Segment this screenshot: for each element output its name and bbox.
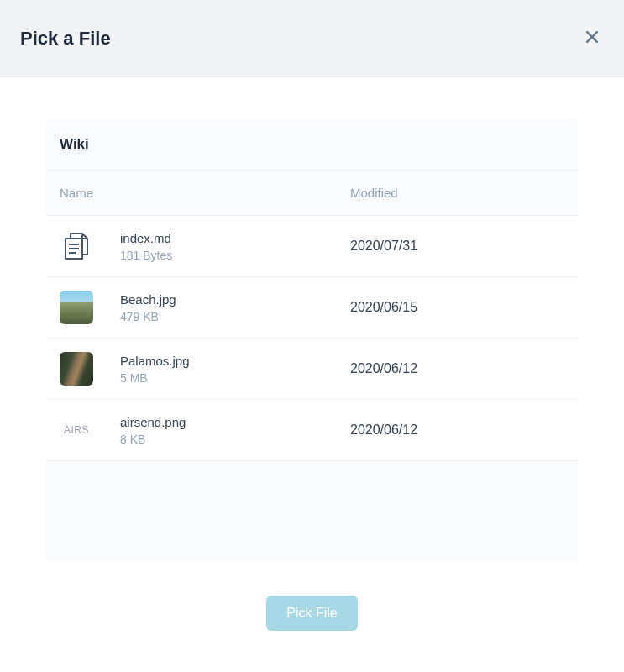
- file-row[interactable]: Beach.jpg 479 KB 2020/06/15: [46, 277, 578, 339]
- breadcrumb-bar: Wiki: [46, 119, 578, 171]
- file-size: 8 KB: [120, 433, 350, 446]
- table-header: Name Modified: [46, 171, 578, 216]
- spacer: [46, 461, 578, 562]
- file-icon-cell: AIRS: [60, 413, 120, 447]
- image-thumbnail-icon: [60, 291, 93, 324]
- file-row[interactable]: AIRS airsend.png 8 KB 2020/06/12: [46, 400, 578, 461]
- footer: Pick File: [0, 579, 624, 656]
- breadcrumb[interactable]: Wiki: [60, 136, 89, 152]
- pick-file-button[interactable]: Pick File: [266, 596, 357, 631]
- file-icon-cell: [60, 291, 120, 324]
- file-info: index.md 181 Bytes: [120, 231, 350, 262]
- close-icon: [584, 29, 600, 48]
- file-name: Palamos.jpg: [120, 354, 350, 368]
- file-icon-cell: [60, 352, 120, 386]
- image-thumbnail-icon: AIRS: [60, 413, 93, 447]
- close-button[interactable]: [580, 25, 604, 51]
- file-size: 181 Bytes: [120, 249, 350, 262]
- modal-header: Pick a File: [0, 0, 624, 77]
- document-icon: [60, 229, 93, 263]
- column-header-modified: Modified: [350, 186, 564, 200]
- column-header-name: Name: [60, 186, 350, 200]
- file-modified: 2020/07/31: [350, 239, 564, 254]
- content-area: Wiki Name Modified: [0, 77, 624, 579]
- file-row[interactable]: Palamos.jpg 5 MB 2020/06/12: [46, 339, 578, 400]
- image-thumbnail-icon: [60, 352, 93, 386]
- file-info: Palamos.jpg 5 MB: [120, 354, 350, 385]
- file-info: airsend.png 8 KB: [120, 415, 350, 446]
- file-name: airsend.png: [120, 415, 350, 429]
- file-modified: 2020/06/15: [350, 300, 564, 315]
- file-panel: Wiki Name Modified: [46, 119, 578, 562]
- modal-title: Pick a File: [20, 28, 111, 50]
- file-row[interactable]: index.md 181 Bytes 2020/07/31: [46, 216, 578, 277]
- file-icon-cell: [60, 229, 120, 263]
- file-modified: 2020/06/12: [350, 361, 564, 376]
- file-size: 5 MB: [120, 371, 350, 385]
- file-info: Beach.jpg 479 KB: [120, 292, 350, 323]
- file-name: Beach.jpg: [120, 292, 350, 307]
- file-modified: 2020/06/12: [350, 423, 564, 438]
- file-name: index.md: [120, 231, 350, 245]
- file-size: 479 KB: [120, 310, 350, 323]
